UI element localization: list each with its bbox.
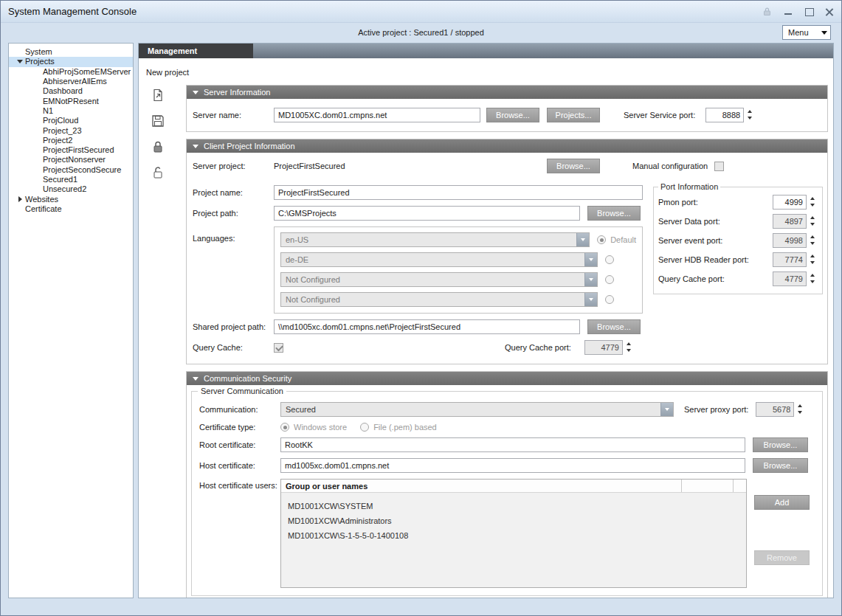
pmon-port-input[interactable]: [773, 195, 807, 210]
tree-item-projcloud[interactable]: ProjCloud: [9, 116, 133, 125]
spin-arrows-icon[interactable]: [808, 233, 818, 248]
server-name-input[interactable]: [274, 108, 480, 122]
tree-item-projectfirstsecured[interactable]: ProjectFirstSecured: [9, 145, 133, 155]
active-project-label: Active project : Secured1 / stopped: [358, 28, 484, 37]
query-cache-checkbox[interactable]: [274, 343, 283, 353]
minimize-button[interactable]: [784, 7, 793, 16]
default-language-radio-3[interactable]: [605, 275, 614, 284]
form-area: Server Information Server name: Browse..…: [186, 85, 828, 598]
server-proxy-port-label: Server proxy port:: [684, 405, 748, 414]
unlock-button[interactable]: [149, 164, 167, 181]
tree-item-unsecured2[interactable]: Unsecured2: [9, 184, 133, 194]
server-hdb-reader-port-spinner: [773, 252, 818, 267]
language-dropdown-3[interactable]: Not Configured: [280, 272, 598, 287]
spin-arrows-icon[interactable]: [796, 402, 805, 417]
server-project-browse-button[interactable]: Browse...: [547, 159, 600, 173]
new-project-command[interactable]: New project: [146, 68, 833, 77]
shared-project-path-browse-button[interactable]: Browse...: [587, 319, 641, 334]
server-proxy-port-input[interactable]: [756, 402, 794, 417]
user-list-item[interactable]: MD1001XCW\S-1-5-5-0-1400108: [281, 528, 746, 543]
save-button[interactable]: [149, 112, 167, 130]
shared-project-path-input[interactable]: [274, 319, 580, 334]
spin-arrows-icon[interactable]: [808, 214, 818, 229]
project-path-label: Project path:: [193, 209, 274, 218]
tree-item-projectsecondsecure[interactable]: ProjectSecondSecure: [9, 165, 133, 175]
server-hdb-reader-port-input[interactable]: [773, 252, 807, 267]
spin-arrows-icon[interactable]: [808, 271, 818, 286]
window-title: System Management Console: [8, 6, 137, 17]
spin-arrows-icon[interactable]: [624, 340, 634, 355]
tree-item-certificate[interactable]: Certificate: [9, 204, 133, 214]
tree-item-system[interactable]: System: [9, 47, 133, 57]
vertical-toolbar: [149, 86, 167, 181]
server-data-port-label: Server Data port:: [658, 217, 720, 226]
windows-store-label: Windows store: [294, 423, 347, 432]
group-or-user-names-column-header[interactable]: Group or user names: [281, 480, 681, 492]
users-list-body: MD1001XCW\SYSTEM MD1001XCW\Administrator…: [281, 493, 746, 543]
client-project-information-header[interactable]: Client Project Information: [187, 139, 827, 153]
tree-item-abhiprojsomeemserver[interactable]: AbhiProjSomeEMServer: [9, 67, 133, 77]
user-list-item[interactable]: MD1001XCW\SYSTEM: [281, 499, 746, 513]
query-cache-label: Query Cache:: [193, 343, 274, 352]
tree-item-emnotpresent[interactable]: EMNotPResent: [9, 96, 133, 105]
tree-item-n1[interactable]: N1: [9, 106, 133, 116]
menu-dropdown[interactable]: Menu: [782, 25, 831, 40]
language-dropdown-2[interactable]: de-DE: [280, 252, 598, 267]
expander-down-icon[interactable]: [15, 60, 25, 63]
query-cache-port-info-spinner: [773, 271, 818, 286]
tree-item-project2[interactable]: Project2: [9, 136, 133, 145]
spin-arrows-icon[interactable]: [808, 195, 818, 210]
pem-file-radio[interactable]: [360, 423, 369, 432]
language-dropdown-1[interactable]: en-US: [280, 232, 590, 247]
spin-arrows-icon[interactable]: [745, 108, 755, 122]
query-cache-port-info-label: Query Cache port:: [658, 274, 725, 283]
project-path-browse-button[interactable]: Browse...: [587, 206, 641, 221]
query-cache-port-label: Query Cache port:: [505, 343, 571, 352]
server-information-header[interactable]: Server Information: [187, 86, 827, 99]
collapse-triangle-icon: [193, 145, 199, 148]
close-button[interactable]: [825, 7, 834, 16]
project-path-input[interactable]: [274, 206, 580, 221]
root-certificate-browse-button[interactable]: Browse...: [753, 437, 808, 452]
root-certificate-input[interactable]: [280, 437, 745, 452]
server-data-port-input[interactable]: [773, 214, 807, 229]
server-event-port-input[interactable]: [773, 233, 807, 248]
project-name-input[interactable]: [274, 185, 643, 200]
default-language-radio-2[interactable]: [605, 255, 614, 264]
expander-right-icon[interactable]: [15, 196, 25, 202]
tree-item-project-23[interactable]: Project_23: [9, 125, 133, 135]
tree-item-projectnonserver[interactable]: ProjectNonserver: [9, 155, 133, 165]
communication-security-header[interactable]: Communication Security: [187, 372, 827, 385]
default-language-radio-4[interactable]: [605, 295, 614, 304]
host-certificate-browse-button[interactable]: Browse...: [753, 458, 808, 473]
server-data-port-spinner: [773, 214, 818, 229]
server-project-label: Server project:: [193, 162, 274, 170]
server-service-port-input[interactable]: [705, 108, 744, 122]
tree-item-websites[interactable]: Websites: [9, 194, 133, 204]
tree-item-projects[interactable]: Projects: [9, 57, 133, 66]
window-controls: [762, 7, 834, 16]
query-cache-port-input[interactable]: [584, 340, 623, 355]
host-certificate-input[interactable]: [280, 458, 745, 473]
default-language-radio-1[interactable]: [597, 235, 606, 244]
language-dropdown-4[interactable]: Not Configured: [280, 292, 598, 307]
tree-item-dashboard[interactable]: Dashboard: [9, 86, 133, 96]
windows-store-radio[interactable]: [280, 423, 289, 432]
manual-configuration-checkbox[interactable]: [714, 162, 724, 171]
projects-button[interactable]: Projects...: [547, 108, 600, 122]
tree-item-abhiserverallems[interactable]: AbhiserverAllEms: [9, 77, 133, 86]
tree-item-secured1[interactable]: Secured1: [9, 175, 133, 184]
spin-arrows-icon[interactable]: [808, 252, 818, 267]
certificate-type-label: Certificate type:: [199, 423, 280, 432]
maximize-button[interactable]: [804, 7, 813, 16]
add-user-button[interactable]: Add: [754, 495, 810, 510]
communication-dropdown[interactable]: Secured: [280, 402, 674, 417]
server-browse-button[interactable]: Browse...: [486, 108, 539, 122]
server-service-port-label: Server Service port:: [624, 111, 695, 120]
query-cache-port-info-input[interactable]: [773, 271, 807, 286]
header-strip: Active project : Secured1 / stopped Menu: [1, 23, 841, 42]
tab-management[interactable]: Management: [139, 44, 253, 58]
new-project-button[interactable]: [149, 86, 167, 104]
user-list-item[interactable]: MD1001XCW\Administrators: [281, 513, 746, 528]
lock-button[interactable]: [149, 138, 167, 156]
